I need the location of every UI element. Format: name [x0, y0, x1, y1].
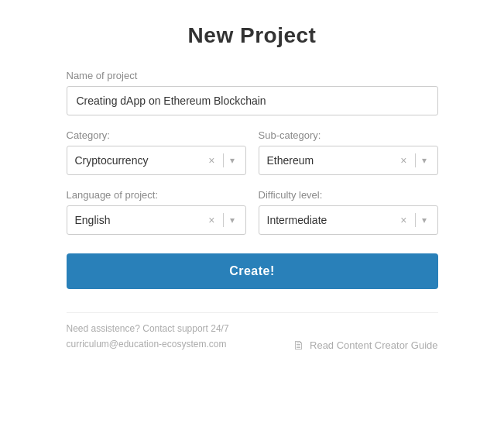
category-select[interactable]: Cryptocurrency × ▾: [67, 146, 246, 175]
language-controls: × ▾: [204, 213, 237, 227]
difficulty-arrow-icon[interactable]: ▾: [419, 215, 430, 226]
category-controls: × ▾: [204, 153, 237, 167]
subcategory-clear-icon[interactable]: ×: [396, 155, 411, 166]
category-row: Category: Cryptocurrency × ▾ Sub-categor…: [67, 129, 438, 175]
subcategory-label: Sub-category:: [259, 129, 438, 141]
language-clear-icon[interactable]: ×: [204, 215, 219, 226]
difficulty-value: Intermediate: [267, 214, 396, 226]
page-title: New Project: [188, 23, 317, 48]
support-info: Need assistence? Contact support 24/7 cu…: [67, 321, 229, 353]
support-email: curriculum@education-ecosystem.com: [67, 336, 229, 352]
project-name-label: Name of project: [67, 70, 438, 81]
select-divider-4: [415, 213, 416, 227]
subcategory-value: Ethereum: [267, 154, 396, 167]
new-project-form: New Project Name of project Category: Cr…: [67, 23, 438, 353]
category-value: Cryptocurrency: [75, 154, 204, 167]
language-value: English: [75, 214, 204, 226]
select-divider-3: [223, 213, 224, 227]
difficulty-select[interactable]: Intermediate × ▾: [259, 205, 438, 235]
category-label: Category:: [67, 129, 246, 141]
create-button[interactable]: Create!: [67, 253, 438, 289]
guide-link-text: Read Content Creator Guide: [310, 339, 437, 351]
subcategory-group: Sub-category: Ethereum × ▾: [259, 129, 438, 175]
document-icon: 🗎: [293, 339, 305, 353]
select-divider: [223, 153, 224, 167]
language-label: Language of project:: [67, 189, 246, 201]
language-group: Language of project: English × ▾: [67, 189, 246, 235]
footer: Need assistence? Contact support 24/7 cu…: [67, 312, 438, 353]
subcategory-arrow-icon[interactable]: ▾: [419, 155, 430, 166]
difficulty-controls: × ▾: [396, 213, 429, 227]
language-row: Language of project: English × ▾ Difficu…: [67, 189, 438, 235]
select-divider-2: [415, 153, 416, 167]
difficulty-clear-icon[interactable]: ×: [396, 215, 411, 226]
category-group: Category: Cryptocurrency × ▾: [67, 129, 246, 175]
category-arrow-icon[interactable]: ▾: [227, 155, 238, 166]
subcategory-select[interactable]: Ethereum × ▾: [259, 146, 438, 175]
difficulty-label: Difficulty level:: [259, 189, 438, 201]
language-select[interactable]: English × ▾: [67, 205, 246, 235]
language-arrow-icon[interactable]: ▾: [227, 215, 238, 226]
subcategory-controls: × ▾: [396, 153, 429, 167]
category-clear-icon[interactable]: ×: [204, 155, 219, 166]
difficulty-group: Difficulty level: Intermediate × ▾: [259, 189, 438, 235]
project-name-section: Name of project: [67, 70, 438, 115]
guide-link[interactable]: 🗎 Read Content Creator Guide: [293, 339, 437, 353]
support-line1: Need assistence? Contact support 24/7: [67, 321, 229, 336]
project-name-input[interactable]: [67, 86, 438, 115]
